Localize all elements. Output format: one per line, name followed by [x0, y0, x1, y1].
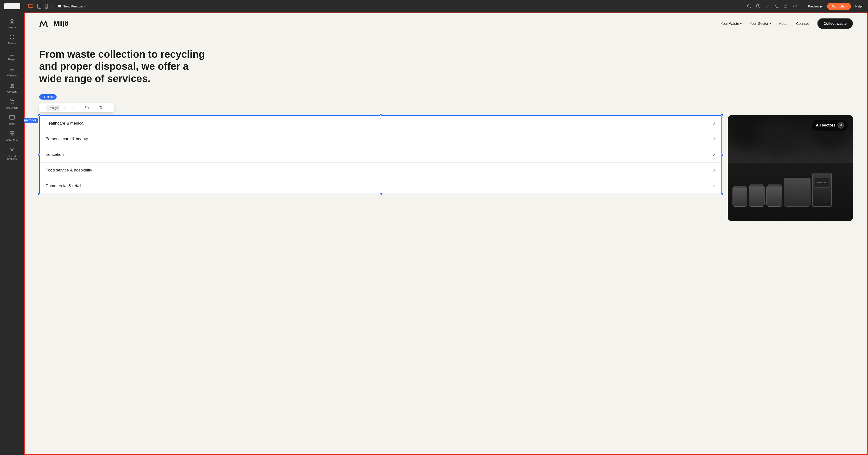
chevron-down-icon: ▾ — [17, 4, 18, 8]
collect-waste-button[interactable]: Collect waste — [817, 18, 853, 29]
arrow-icon-4: ↗ — [713, 184, 716, 188]
sidebar-item-blog[interactable]: Blog — [1, 112, 23, 128]
search-button[interactable] — [745, 3, 753, 10]
sidebar-item-widgets[interactable]: Widgets — [1, 64, 23, 79]
help-button[interactable]: Help — [853, 3, 864, 10]
widgets-icon — [9, 67, 15, 73]
arrow-icon-0: ↗ — [713, 121, 716, 126]
republish-label: Republish — [831, 5, 846, 8]
hero-title: From waste collection to recycling and p… — [39, 48, 208, 85]
dumpster-scene: ROYAL MOLE — [728, 115, 853, 221]
home-button[interactable]: Home ▾ — [4, 3, 21, 10]
toolbar-add-button[interactable]: + — [77, 105, 82, 111]
badge-arrow-icon: ↗ — [837, 122, 844, 129]
resize-handle-bottom-left[interactable] — [38, 193, 40, 195]
toolbar-add2-button[interactable]: + — [91, 105, 96, 111]
design-tab[interactable]: Design — [46, 105, 60, 110]
tablet-device-button[interactable] — [36, 2, 42, 10]
list-item[interactable]: Commercial & retail ↗ — [40, 178, 721, 194]
device-icons — [27, 2, 49, 10]
layers-label: Layers — [8, 26, 16, 29]
content-label: Content — [7, 90, 17, 93]
drag-handle[interactable]: ⠿ — [42, 106, 44, 110]
resize-handle-top-right[interactable] — [721, 114, 723, 116]
collect-waste-label: Collect waste — [824, 22, 846, 26]
toolbar-prev-button[interactable]: ← — [62, 105, 68, 111]
toolbar-next-button[interactable]: → — [69, 105, 76, 111]
desktop-device-button[interactable] — [27, 3, 35, 10]
svg-point-11 — [11, 69, 12, 70]
list-item-label-1: Personal care & beauty — [45, 137, 88, 141]
nav-courses[interactable]: Courses — [796, 22, 809, 26]
list-item[interactable]: Education ↗ — [40, 147, 721, 163]
site-canvas: Miljö Your Waste ▾ Your Sector ▾ About — [24, 12, 868, 455]
svg-point-8 — [758, 5, 758, 6]
sidebar-item-pages[interactable]: Pages — [1, 48, 23, 63]
left-sidebar: Layers Theme Pages — [0, 12, 24, 455]
section-label: SECTION — [24, 118, 38, 123]
svg-point-5 — [747, 5, 750, 7]
sidebar-item-content[interactable]: Content — [1, 80, 23, 95]
svg-rect-18 — [10, 134, 12, 136]
toolbar-copy-button[interactable] — [84, 105, 90, 111]
logo-icon — [39, 19, 51, 28]
nav-your-waste-chevron: ▾ — [740, 22, 742, 26]
arrow-icon-3: ↗ — [713, 168, 716, 173]
seo-label: SEO & Settings — [3, 155, 21, 160]
list-item[interactable]: Food service & hospitality ↗ — [40, 163, 721, 178]
dumpster-container: ROYAL MOLE — [733, 173, 832, 206]
republish-button[interactable]: Republish — [827, 3, 851, 10]
svg-rect-16 — [10, 132, 12, 133]
resize-handle-top-center[interactable] — [380, 114, 382, 116]
blog-label: Blog — [9, 122, 14, 125]
main-layout: Layers Theme Pages — [0, 12, 868, 455]
nav-about-label: About — [779, 22, 788, 26]
toolbar-more-button[interactable]: ··· — [105, 105, 111, 111]
svg-point-4 — [46, 8, 47, 8]
theme-icon — [9, 34, 15, 41]
list-item[interactable]: Personal care & beauty ↗ — [40, 131, 721, 147]
svg-rect-0 — [28, 4, 33, 7]
sidebar-item-seo[interactable]: SEO & Settings — [1, 145, 23, 163]
mobile-device-button[interactable] — [43, 2, 49, 10]
nav-about[interactable]: About — [779, 22, 788, 26]
sidebar-item-layers[interactable]: Layers — [1, 17, 23, 31]
svg-point-14 — [11, 103, 12, 104]
flexbox-tag: › Flexbox — [39, 94, 57, 100]
top-toolbar: Home ▾ 💬 Send Feedback — [0, 0, 868, 12]
nav-your-sector-label: Your Sector — [750, 22, 768, 26]
svg-rect-17 — [12, 132, 14, 133]
all-sectors-label: All sectors — [816, 123, 836, 127]
feedback-icon: 💬 — [58, 5, 62, 8]
list-item-label-3: Food service & hospitality — [45, 168, 92, 173]
feedback-label: Send Feedback — [63, 5, 85, 8]
info-button[interactable] — [755, 3, 762, 10]
nav-your-sector[interactable]: Your Sector ▾ — [750, 22, 771, 26]
svg-point-15 — [13, 103, 14, 104]
resize-handle-bottom-center[interactable] — [380, 193, 382, 195]
preview-label: Preview — [808, 5, 819, 8]
seo-icon — [9, 147, 15, 154]
theme-label: Theme — [8, 42, 16, 45]
redo-button[interactable] — [782, 3, 789, 10]
play-icon: ▶ — [820, 5, 822, 8]
sell-online-label: Sell Online — [5, 106, 18, 109]
sidebar-item-app-store[interactable]: App Store — [1, 129, 23, 144]
resize-handle-middle-left[interactable] — [38, 154, 40, 156]
check-button[interactable] — [764, 3, 771, 10]
image-badge[interactable]: All sectors ↗ — [812, 120, 848, 131]
svg-point-2 — [39, 8, 40, 8]
nav-your-waste[interactable]: Your Waste ▾ — [721, 22, 742, 26]
code-button[interactable] — [791, 3, 799, 10]
sidebar-item-sell-online[interactable]: Sell Online — [1, 96, 23, 111]
resize-handle-top-left[interactable] — [38, 114, 40, 116]
toolbar-delete-button[interactable] — [98, 105, 104, 111]
resize-handle-bottom-right[interactable] — [721, 193, 723, 195]
preview-button[interactable]: Preview ▶ — [805, 3, 825, 10]
undo-button[interactable] — [773, 3, 780, 10]
list-item[interactable]: Healthcare & medical ↗ — [40, 116, 721, 131]
sidebar-item-theme[interactable]: Theme — [1, 32, 23, 47]
list-item-label-2: Education — [45, 152, 64, 157]
send-feedback-button[interactable]: 💬 Send Feedback — [55, 3, 87, 10]
resize-handle-middle-right[interactable] — [721, 154, 723, 156]
